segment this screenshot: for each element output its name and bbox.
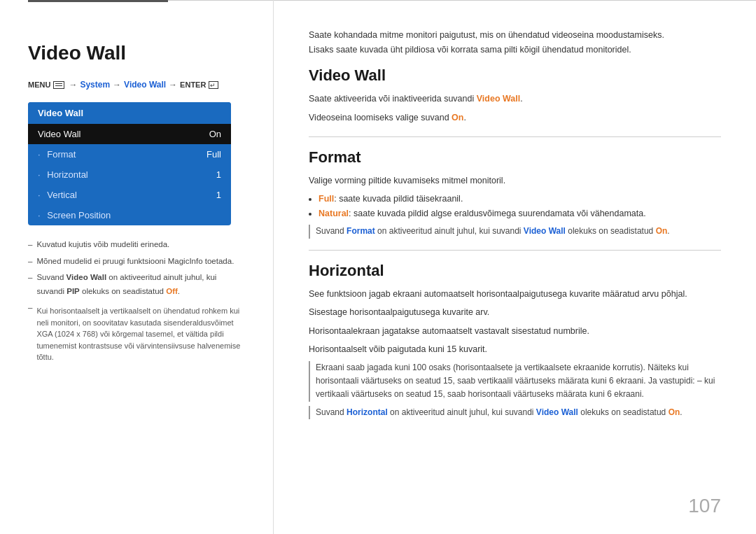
page-title: Video Wall	[28, 42, 245, 64]
section-desc-horizontal-2: Sisestage horisontaalpaigutusega kuvarit…	[309, 305, 721, 320]
breadcrumb-videowall: Video Wall	[124, 80, 166, 90]
menu-icon	[53, 81, 64, 89]
right-intro: Saate kohandada mitme monitori paigutust…	[309, 28, 721, 57]
format-note: Suvand Format on aktiveeritud ainult juh…	[309, 225, 721, 238]
breadcrumb: MENU → System → Video Wall → ENTER	[28, 80, 245, 90]
menu-item-vertical[interactable]: · Vertical 1	[28, 185, 231, 205]
section-desc-horizontal-3: Horisontaalekraan jagatakse automaatselt…	[309, 324, 721, 339]
section-desc-videowall-1: Saate aktiveerida või inaktiveerida suva…	[309, 92, 721, 106]
menu-item-screenposition[interactable]: · Screen Position	[28, 205, 231, 225]
breadcrumb-enter: ENTER	[180, 80, 206, 89]
note-4: – Kui horisontaalselt ja vertikaalselt o…	[28, 301, 245, 363]
note-1: – Kuvatud kujutis võib mudeliti erineda.	[28, 238, 245, 252]
menu-item-vertical-value: 1	[216, 190, 221, 200]
note-3: – Suvand Video Wall on aktiveeritud ainu…	[28, 271, 245, 298]
section-desc-horizontal-1: See funktsioon jagab ekraani automaatsel…	[309, 287, 721, 302]
page-number: 107	[688, 495, 721, 517]
enter-icon	[209, 81, 218, 89]
left-column: Video Wall MENU → System → Video Wall → …	[0, 0, 273, 534]
format-bullet-natural: Natural: saate kuvada pildid algse erald…	[318, 206, 721, 221]
menu-panel: Video Wall Video Wall On · Format Full ·…	[28, 102, 231, 225]
menu-item-videowall-label: Video Wall	[38, 129, 80, 139]
format-bullet-list: Full: saate kuvada pildid täisekraanil. …	[318, 192, 721, 220]
menu-item-format-label: · Format	[38, 149, 76, 160]
note-2: – Mõned mudelid ei pruugi funktsiooni Ma…	[28, 255, 245, 269]
menu-panel-title: Video Wall	[28, 102, 231, 124]
section-title-horizontal: Horizontal	[309, 262, 721, 280]
menu-item-videowall-value: On	[209, 129, 221, 139]
menu-item-vertical-label: · Vertical	[38, 190, 77, 200]
format-bullet-full: Full: saate kuvada pildid täisekraanil.	[318, 192, 721, 206]
horizontal-long-note: Ekraani saab jagada kuni 100 osaks (hori…	[309, 361, 721, 402]
section-title-format: Format	[309, 148, 721, 167]
menu-item-horizontal-value: 1	[216, 169, 221, 180]
breadcrumb-menu: MENU	[28, 80, 50, 89]
section-title-videowall: Video Wall	[309, 66, 721, 85]
section-desc-videowall-2: Videoseina loomiseks valige suvand On.	[309, 111, 721, 125]
divider-1	[309, 136, 721, 137]
intro-line-2: Lisaks saate kuvada üht pildiosa või kor…	[309, 43, 721, 57]
menu-item-horizontal[interactable]: · Horizontal 1	[28, 164, 231, 185]
menu-item-videowall[interactable]: Video Wall On	[28, 124, 231, 144]
menu-item-horizontal-label: · Horizontal	[38, 169, 88, 180]
menu-item-screenposition-label: · Screen Position	[38, 210, 111, 220]
divider-2	[309, 250, 721, 251]
horizontal-note: Suvand Horizontal on aktiveeritud ainult…	[309, 406, 721, 419]
section-desc-format: Valige vorming piltide kuvamiseks mitmel…	[309, 174, 721, 188]
menu-item-format-value: Full	[206, 149, 221, 160]
intro-line-1: Saate kohandada mitme monitori paigutust…	[309, 28, 721, 43]
section-desc-horizontal-4: Horisontaalselt võib paigutada kuni 15 k…	[309, 342, 721, 357]
menu-item-format[interactable]: · Format Full	[28, 144, 231, 164]
breadcrumb-system: System	[80, 80, 110, 90]
right-column: Saate kohandada mitme monitori paigutust…	[273, 0, 756, 534]
notes-section: – Kuvatud kujutis võib mudeliti erineda.…	[28, 238, 245, 363]
